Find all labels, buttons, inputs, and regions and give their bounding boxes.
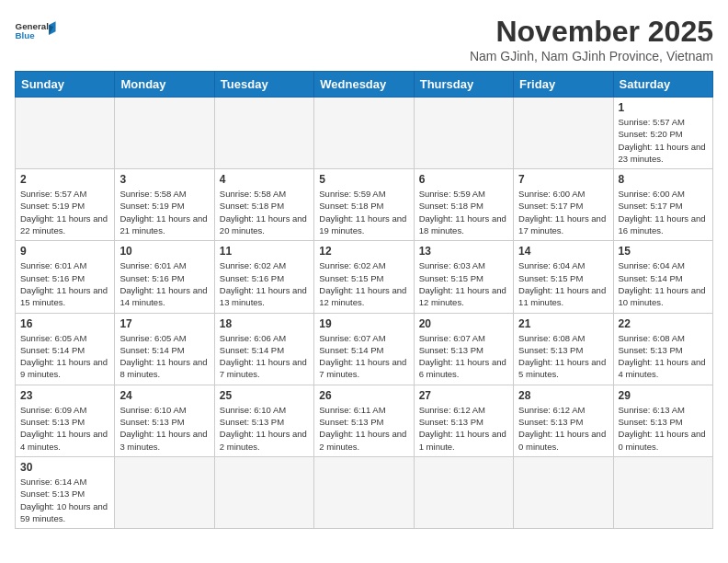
day-info: Sunrise: 6:07 AM Sunset: 5:13 PM Dayligh… (419, 332, 508, 381)
calendar-day-cell: 7Sunrise: 6:00 AM Sunset: 5:17 PM Daylig… (514, 169, 613, 241)
day-info: Sunrise: 6:12 AM Sunset: 5:13 PM Dayligh… (518, 404, 608, 453)
calendar-day-cell: 3Sunrise: 5:58 AM Sunset: 5:19 PM Daylig… (115, 169, 214, 241)
day-number: 29 (619, 389, 708, 402)
day-info: Sunrise: 6:12 AM Sunset: 5:13 PM Dayligh… (419, 404, 508, 453)
calendar-day-cell: 25Sunrise: 6:10 AM Sunset: 5:13 PM Dayli… (214, 385, 313, 456)
calendar-day-cell: 11Sunrise: 6:02 AM Sunset: 5:16 PM Dayli… (214, 241, 313, 313)
day-info: Sunrise: 5:59 AM Sunset: 5:18 PM Dayligh… (319, 188, 408, 236)
calendar-day-cell: 6Sunrise: 5:59 AM Sunset: 5:18 PM Daylig… (414, 169, 513, 241)
day-info: Sunrise: 5:58 AM Sunset: 5:18 PM Dayligh… (220, 188, 309, 236)
day-number: 18 (220, 317, 309, 330)
calendar-day-cell: 28Sunrise: 6:12 AM Sunset: 5:13 PM Dayli… (514, 385, 613, 456)
calendar-day-cell: 16Sunrise: 6:05 AM Sunset: 5:14 PM Dayli… (16, 313, 115, 385)
day-info: Sunrise: 6:05 AM Sunset: 5:14 PM Dayligh… (20, 332, 109, 381)
calendar-day-cell: 26Sunrise: 6:11 AM Sunset: 5:13 PM Dayli… (314, 385, 414, 456)
calendar-day-cell: 13Sunrise: 6:03 AM Sunset: 5:15 PM Dayli… (414, 241, 513, 313)
day-number: 23 (20, 389, 109, 402)
logo-svg: General Blue (15, 20, 61, 40)
day-number: 16 (20, 317, 109, 330)
day-info: Sunrise: 6:05 AM Sunset: 5:14 PM Dayligh… (119, 332, 209, 381)
header-friday: Friday (514, 72, 613, 98)
calendar-day-cell (214, 456, 313, 528)
day-info: Sunrise: 6:10 AM Sunset: 5:13 PM Dayligh… (119, 404, 209, 453)
day-number: 24 (119, 389, 209, 402)
day-number: 9 (20, 245, 109, 258)
calendar-day-cell: 20Sunrise: 6:07 AM Sunset: 5:13 PM Dayli… (414, 313, 513, 385)
calendar-day-cell: 30Sunrise: 6:14 AM Sunset: 5:13 PM Dayli… (16, 456, 115, 528)
calendar-day-cell: 1Sunrise: 5:57 AM Sunset: 5:20 PM Daylig… (613, 98, 712, 169)
day-info: Sunrise: 6:08 AM Sunset: 5:13 PM Dayligh… (619, 332, 708, 381)
calendar-day-cell (314, 456, 414, 528)
calendar-day-cell (414, 456, 513, 528)
calendar-day-cell: 23Sunrise: 6:09 AM Sunset: 5:13 PM Dayli… (16, 385, 115, 456)
day-info: Sunrise: 6:13 AM Sunset: 5:13 PM Dayligh… (619, 404, 708, 453)
day-number: 2 (20, 173, 109, 186)
calendar-day-cell: 18Sunrise: 6:06 AM Sunset: 5:14 PM Dayli… (214, 313, 313, 385)
day-info: Sunrise: 6:04 AM Sunset: 5:15 PM Dayligh… (518, 259, 608, 308)
calendar-day-cell (314, 98, 414, 169)
header-monday: Monday (115, 72, 214, 98)
header-wednesday: Wednesday (314, 72, 414, 98)
calendar-day-cell: 12Sunrise: 6:02 AM Sunset: 5:15 PM Dayli… (314, 241, 414, 313)
day-info: Sunrise: 6:00 AM Sunset: 5:17 PM Dayligh… (518, 188, 608, 236)
day-number: 5 (319, 173, 408, 186)
day-info: Sunrise: 6:09 AM Sunset: 5:13 PM Dayligh… (20, 404, 109, 453)
weekday-header-row: Sunday Monday Tuesday Wednesday Thursday… (16, 72, 713, 98)
calendar-week-row: 16Sunrise: 6:05 AM Sunset: 5:14 PM Dayli… (16, 313, 713, 385)
day-number: 27 (419, 389, 508, 402)
day-number: 12 (319, 245, 408, 258)
day-number: 3 (119, 173, 209, 186)
day-number: 21 (518, 317, 608, 330)
calendar-day-cell: 29Sunrise: 6:13 AM Sunset: 5:13 PM Dayli… (613, 385, 712, 456)
day-info: Sunrise: 6:07 AM Sunset: 5:14 PM Dayligh… (319, 332, 408, 381)
day-info: Sunrise: 5:57 AM Sunset: 5:19 PM Dayligh… (20, 188, 109, 236)
day-number: 19 (319, 317, 408, 330)
calendar-day-cell: 14Sunrise: 6:04 AM Sunset: 5:15 PM Dayli… (514, 241, 613, 313)
day-number: 26 (319, 389, 408, 402)
calendar-day-cell: 15Sunrise: 6:04 AM Sunset: 5:14 PM Dayli… (613, 241, 712, 313)
day-number: 25 (220, 389, 309, 402)
day-info: Sunrise: 6:04 AM Sunset: 5:14 PM Dayligh… (619, 259, 708, 308)
title-area: November 2025 Nam GJinh, Nam GJinh Provi… (470, 15, 713, 63)
calendar-day-cell: 9Sunrise: 6:01 AM Sunset: 5:16 PM Daylig… (16, 241, 115, 313)
calendar-table: Sunday Monday Tuesday Wednesday Thursday… (15, 71, 713, 529)
logo: General Blue (15, 15, 61, 40)
day-info: Sunrise: 6:03 AM Sunset: 5:15 PM Dayligh… (419, 259, 508, 308)
day-number: 14 (518, 245, 608, 258)
day-info: Sunrise: 5:58 AM Sunset: 5:19 PM Dayligh… (119, 188, 209, 236)
day-number: 13 (419, 245, 508, 258)
month-title: November 2025 (470, 15, 713, 49)
day-info: Sunrise: 6:00 AM Sunset: 5:17 PM Dayligh… (619, 188, 708, 236)
calendar-day-cell: 17Sunrise: 6:05 AM Sunset: 5:14 PM Dayli… (115, 313, 214, 385)
day-info: Sunrise: 5:57 AM Sunset: 5:20 PM Dayligh… (619, 116, 708, 165)
day-number: 4 (220, 173, 309, 186)
calendar-day-cell: 22Sunrise: 6:08 AM Sunset: 5:13 PM Dayli… (613, 313, 712, 385)
header-sunday: Sunday (16, 72, 115, 98)
day-number: 20 (419, 317, 508, 330)
day-number: 6 (419, 173, 508, 186)
day-number: 28 (518, 389, 608, 402)
calendar-day-cell (115, 98, 214, 169)
day-number: 17 (119, 317, 209, 330)
calendar-day-cell (414, 98, 513, 169)
calendar-week-row: 23Sunrise: 6:09 AM Sunset: 5:13 PM Dayli… (16, 385, 713, 456)
calendar-day-cell: 8Sunrise: 6:00 AM Sunset: 5:17 PM Daylig… (613, 169, 712, 241)
day-number: 1 (619, 101, 708, 114)
calendar-day-cell (115, 456, 214, 528)
calendar-day-cell: 10Sunrise: 6:01 AM Sunset: 5:16 PM Dayli… (115, 241, 214, 313)
header-tuesday: Tuesday (214, 72, 313, 98)
day-number: 30 (20, 461, 109, 474)
day-info: Sunrise: 6:08 AM Sunset: 5:13 PM Dayligh… (518, 332, 608, 381)
day-number: 10 (119, 245, 209, 258)
svg-text:Blue: Blue (16, 30, 36, 40)
calendar-day-cell (514, 456, 613, 528)
location-subtitle: Nam GJinh, Nam GJinh Province, Vietnam (470, 49, 713, 63)
calendar-week-row: 2Sunrise: 5:57 AM Sunset: 5:19 PM Daylig… (16, 169, 713, 241)
calendar-day-cell (214, 98, 313, 169)
calendar-day-cell (514, 98, 613, 169)
day-number: 11 (220, 245, 309, 258)
day-number: 8 (619, 173, 708, 186)
header-thursday: Thursday (414, 72, 513, 98)
calendar-day-cell: 21Sunrise: 6:08 AM Sunset: 5:13 PM Dayli… (514, 313, 613, 385)
day-info: Sunrise: 6:11 AM Sunset: 5:13 PM Dayligh… (319, 404, 408, 453)
